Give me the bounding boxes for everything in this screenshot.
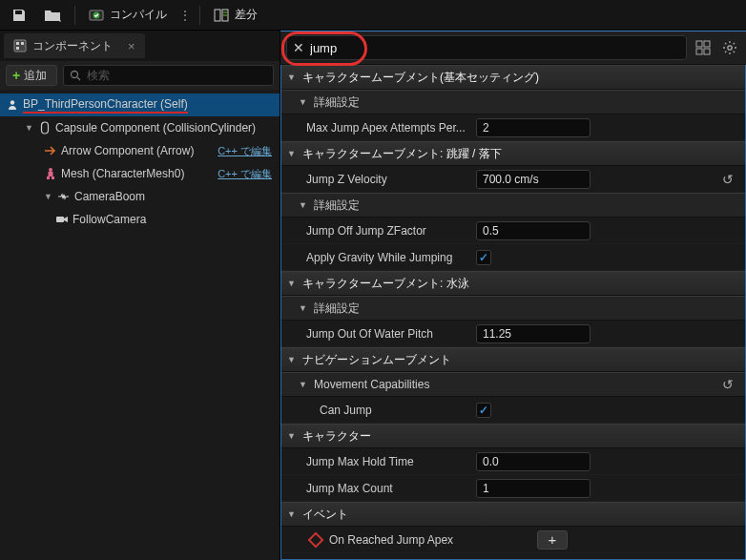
category-char-move-swim[interactable]: ▼ キャラクタームーブメント: 水泳: [281, 271, 745, 296]
browse-button[interactable]: [36, 3, 69, 28]
reset-to-default-icon[interactable]: ↺: [722, 172, 739, 187]
svg-point-10: [10, 100, 14, 104]
category-label: キャラクタームーブメント: 跳躍 / 落下: [302, 146, 502, 162]
jump-z-velocity-input[interactable]: [476, 170, 591, 189]
svg-point-21: [728, 46, 732, 50]
svg-rect-15: [52, 176, 54, 179]
svg-rect-11: [42, 122, 49, 134]
plus-icon: +: [12, 68, 20, 83]
tree-label: Capsule Component (CollisionCylinder): [55, 121, 256, 135]
category-label: キャラクタームーブメント(基本セッティング): [302, 70, 539, 86]
prop-label: Jump Off Jump ZFactor: [306, 224, 468, 238]
svg-rect-19: [696, 49, 702, 54]
prop-label: Jump Out Of Water Pitch: [306, 327, 468, 341]
reset-to-default-icon[interactable]: ↺: [722, 377, 739, 392]
cpp-edit-link[interactable]: C++ で編集: [218, 144, 276, 158]
category-char-move-basic[interactable]: ▼ キャラクタームーブメント(基本セッティング): [281, 65, 745, 90]
diff-button[interactable]: 差分: [206, 3, 265, 28]
diff-icon: [214, 8, 229, 23]
prop-jump-max-hold: Jump Max Hold Time: [281, 448, 745, 475]
svg-rect-20: [704, 49, 710, 54]
property-matrix-button[interactable]: [693, 37, 714, 58]
event-node-icon: [308, 531, 324, 548]
prop-jump-out-water-pitch: Jump Out Of Water Pitch: [281, 321, 745, 347]
jump-max-count-input[interactable]: [476, 479, 591, 498]
tree-row-self[interactable]: BP_ThirdPersonCharacter (Self): [0, 93, 280, 116]
chevron-down-icon: ▼: [287, 509, 297, 519]
close-icon[interactable]: ✕: [293, 40, 304, 55]
svg-rect-6: [16, 42, 19, 45]
category-label: キャラクター: [302, 428, 371, 445]
component-search-input[interactable]: [87, 69, 267, 82]
category-label: 詳細設定: [314, 197, 360, 214]
details-panel: 詳細 × ✕: [280, 31, 746, 560]
details-search[interactable]: ✕: [286, 35, 687, 60]
search-icon: [70, 70, 81, 81]
components-toolbar: + 追加: [0, 61, 280, 90]
category-label: 詳細設定: [314, 301, 360, 317]
svg-rect-3: [215, 10, 220, 21]
tree-row-arrow[interactable]: Arrow Component (Arrow) C++ で編集: [0, 139, 280, 162]
components-tab-label: コンポーネント: [32, 38, 113, 54]
camera-icon: [55, 213, 69, 226]
jump-out-water-input[interactable]: [476, 324, 591, 343]
compile-button[interactable]: コンパイル: [81, 3, 175, 28]
chevron-down-icon: ▼: [287, 73, 297, 82]
components-tab[interactable]: コンポーネント ×: [4, 33, 145, 58]
details-toolbar: ✕: [280, 31, 746, 65]
chevron-down-icon: ▼: [287, 431, 297, 441]
can-jump-checkbox[interactable]: [476, 403, 491, 418]
diff-label: 差分: [235, 7, 258, 23]
separator: [74, 6, 75, 25]
component-search[interactable]: [63, 65, 274, 86]
mesh-icon: [44, 167, 57, 180]
category-label: 詳細設定: [314, 94, 360, 111]
max-jump-apex-input[interactable]: [476, 118, 591, 137]
prop-jump-z-velocity: Jump Z Velocity ↺: [281, 166, 745, 193]
category-label: キャラクタームーブメント: 水泳: [302, 276, 469, 292]
component-tree: BP_ThirdPersonCharacter (Self) ▼ Capsule…: [0, 90, 280, 560]
apply-gravity-checkbox[interactable]: [476, 250, 491, 265]
tree-label: BP_ThirdPersonCharacter (Self): [23, 97, 188, 114]
tree-row-capsule[interactable]: ▼ Capsule Component (CollisionCylinder): [0, 116, 280, 139]
chevron-down-icon[interactable]: ▼: [25, 123, 34, 133]
category-char-move-jump[interactable]: ▼ キャラクタームーブメント: 跳躍 / 落下: [281, 141, 745, 166]
close-icon[interactable]: ×: [128, 39, 135, 53]
prop-jump-off-zfactor: Jump Off Jump ZFactor: [281, 218, 745, 244]
chevron-down-icon: ▼: [299, 303, 308, 313]
chevron-down-icon: ▼: [287, 279, 297, 288]
prop-can-jump: Can Jump: [281, 397, 745, 424]
capsule-icon: [38, 121, 52, 135]
compile-options-icon[interactable]: ⋮: [176, 8, 194, 23]
category-advanced-settings-jump[interactable]: ▼ 詳細設定: [281, 193, 745, 218]
add-component-button[interactable]: + 追加: [6, 65, 57, 86]
add-event-button[interactable]: +: [537, 530, 568, 550]
folder-icon: [44, 9, 61, 22]
components-panel: コンポーネント × + 追加: [0, 31, 280, 560]
prop-jump-max-count: Jump Max Count: [281, 475, 745, 502]
svg-point-9: [72, 72, 78, 78]
category-advanced-settings[interactable]: ▼ 詳細設定: [281, 90, 745, 114]
jump-off-zfactor-input[interactable]: [476, 221, 591, 240]
tree-label: CameraBoom: [74, 190, 145, 203]
category-movement-capabilities[interactable]: ▼ Movement Capabilities ↺: [281, 372, 745, 397]
details-search-input[interactable]: [310, 41, 680, 55]
prop-label: Jump Max Hold Time: [306, 455, 468, 468]
tree-row-mesh[interactable]: Mesh (CharacterMesh0) C++ で編集: [0, 162, 280, 185]
arrow-component-icon: [44, 144, 57, 157]
svg-rect-17: [696, 41, 702, 47]
category-events[interactable]: ▼ イベント: [281, 502, 745, 527]
category-label: ナビゲーションムーブメント: [302, 352, 451, 368]
jump-max-hold-input[interactable]: [476, 452, 591, 471]
category-advanced-settings-swim[interactable]: ▼ 詳細設定: [281, 296, 745, 321]
details-body: ▼ キャラクタームーブメント(基本セッティング) ▼ 詳細設定 Max Jump…: [280, 65, 746, 560]
prop-apply-gravity: Apply Gravity While Jumping: [281, 244, 745, 271]
save-button[interactable]: [4, 3, 34, 28]
tree-row-follow-camera[interactable]: FollowCamera: [0, 208, 280, 231]
tree-row-camera-boom[interactable]: ▼ CameraBoom: [0, 185, 280, 208]
chevron-down-icon[interactable]: ▼: [44, 192, 53, 201]
settings-button[interactable]: [719, 37, 740, 58]
category-nav-movement[interactable]: ▼ ナビゲーションムーブメント: [281, 347, 745, 372]
cpp-edit-link[interactable]: C++ で編集: [218, 167, 276, 181]
category-character[interactable]: ▼ キャラクター: [281, 424, 745, 448]
